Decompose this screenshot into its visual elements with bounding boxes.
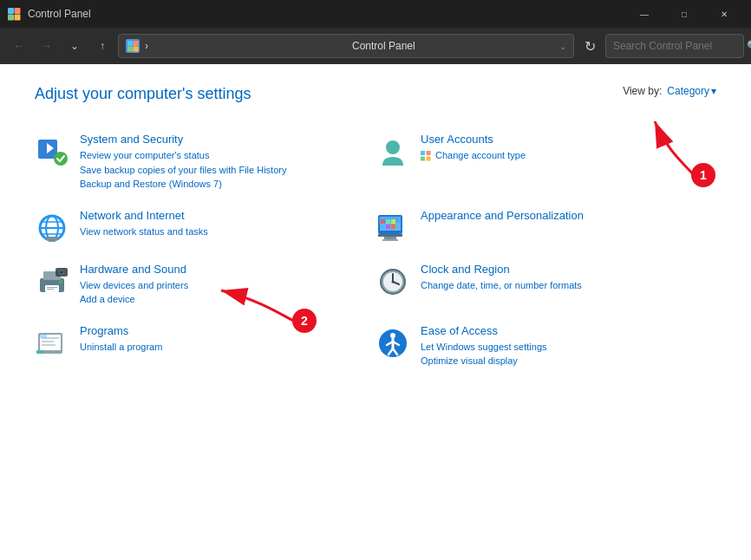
svg-rect-14 xyxy=(421,157,425,161)
system-title[interactable]: System and Security xyxy=(80,133,376,146)
category-programs: Programs Uninstall a program xyxy=(35,316,376,377)
svg-rect-12 xyxy=(421,151,425,155)
address-separator: › xyxy=(145,40,347,52)
close-button[interactable]: ✕ xyxy=(704,0,744,28)
user-accounts-link-1[interactable]: Change account type xyxy=(421,148,716,163)
refresh-button[interactable]: ↻ xyxy=(578,34,602,58)
svg-point-11 xyxy=(386,140,400,154)
forward-button[interactable]: → xyxy=(35,34,59,58)
page-title: Adjust your computer's settings xyxy=(35,85,251,103)
network-icon xyxy=(35,211,69,245)
up-button[interactable]: ↑ xyxy=(90,34,114,58)
svg-rect-21 xyxy=(45,237,59,240)
appearance-title[interactable]: Appearance and Personalization xyxy=(421,209,716,222)
category-ease: Ease of Access Let Windows suggest setti… xyxy=(376,316,716,377)
svg-rect-34 xyxy=(391,225,395,229)
system-link-3[interactable]: Backup and Restore (Windows 7) xyxy=(80,177,376,192)
programs-title[interactable]: Programs xyxy=(80,324,376,337)
svg-rect-6 xyxy=(127,47,133,52)
programs-content: Programs Uninstall a program xyxy=(80,324,376,355)
hardware-icon xyxy=(35,264,69,299)
svg-rect-55 xyxy=(40,335,47,338)
user-accounts-content: User Accounts Change account type xyxy=(421,133,716,163)
addressbar: ← → ⌄ ↑ › Control Panel ⌄ ↻ 🔍 xyxy=(0,28,751,64)
user-accounts-title[interactable]: User Accounts xyxy=(421,133,716,146)
svg-rect-39 xyxy=(47,289,54,290)
annotation-2: 2 xyxy=(292,309,317,333)
titlebar-title: Control Panel xyxy=(28,8,624,20)
hardware-title[interactable]: Hardware and Sound xyxy=(80,263,376,276)
svg-rect-1 xyxy=(15,8,21,14)
category-network: Network and Internet View network status… xyxy=(35,200,376,254)
svg-rect-56 xyxy=(36,350,43,354)
network-content: Network and Internet View network status… xyxy=(80,209,376,239)
minimize-button[interactable]: — xyxy=(624,0,664,28)
svg-rect-30 xyxy=(386,219,390,224)
system-link-1[interactable]: Review your computer's status xyxy=(80,148,376,163)
viewby-value: Category xyxy=(667,85,709,97)
clock-link-1[interactable]: Change date, time, or number formats xyxy=(421,278,716,293)
ease-title[interactable]: Ease of Access xyxy=(421,324,716,337)
programs-link-1[interactable]: Uninstall a program xyxy=(80,340,376,355)
search-input[interactable] xyxy=(613,40,743,52)
ease-content: Ease of Access Let Windows suggest setti… xyxy=(421,324,716,368)
viewby-dropdown-arrow: ▾ xyxy=(711,85,716,97)
viewby-control: View by: Category ▾ xyxy=(623,85,716,97)
category-hardware: Hardware and Sound View devices and prin… xyxy=(35,254,376,316)
network-title[interactable]: Network and Internet xyxy=(80,209,376,222)
svg-rect-31 xyxy=(391,219,395,224)
main-content: Adjust your computer's settings View by:… xyxy=(0,64,751,560)
search-box[interactable]: 🔍 xyxy=(605,34,744,58)
ease-icon xyxy=(376,326,410,361)
ease-link-1[interactable]: Let Windows suggest settings xyxy=(421,340,716,355)
recent-locations-button[interactable]: ⌄ xyxy=(62,34,87,58)
svg-rect-32 xyxy=(381,225,385,229)
clock-title[interactable]: Clock and Region xyxy=(421,263,716,276)
system-icon xyxy=(35,134,69,169)
hardware-link-1[interactable]: View devices and printers xyxy=(80,278,376,293)
network-link-1[interactable]: View network status and tasks xyxy=(80,225,376,239)
clock-content: Clock and Region Change date, time, or n… xyxy=(421,263,716,293)
address-box[interactable]: › Control Panel ⌄ xyxy=(118,34,574,58)
svg-rect-38 xyxy=(47,287,57,288)
svg-rect-5 xyxy=(134,41,139,46)
clock-icon xyxy=(376,264,410,299)
hardware-link-2[interactable]: Add a device xyxy=(80,292,376,307)
svg-rect-15 xyxy=(427,157,431,161)
address-icon xyxy=(126,39,140,53)
category-user-accounts: User Accounts Change account type xyxy=(376,124,716,200)
svg-rect-26 xyxy=(378,234,402,237)
svg-rect-2 xyxy=(8,15,14,21)
svg-rect-33 xyxy=(386,225,390,229)
back-button[interactable]: ← xyxy=(7,34,31,58)
category-clock: Clock and Region Change date, time, or n… xyxy=(376,254,716,316)
categories-grid: System and Security Review your computer… xyxy=(35,124,716,377)
window-controls: — □ ✕ xyxy=(624,0,744,28)
svg-rect-7 xyxy=(134,47,139,52)
app-window: Control Panel — □ ✕ ← → ⌄ ↑ › Control Pa… xyxy=(0,0,751,560)
svg-rect-4 xyxy=(127,41,133,46)
search-icon: 🔍 xyxy=(747,40,751,52)
viewby-dropdown[interactable]: Category ▾ xyxy=(667,85,716,97)
svg-rect-0 xyxy=(8,8,14,14)
page-header: Adjust your computer's settings View by:… xyxy=(35,85,716,103)
svg-rect-29 xyxy=(381,219,385,224)
system-content: System and Security Review your computer… xyxy=(80,133,376,192)
svg-rect-28 xyxy=(382,239,398,241)
address-dropdown-icon[interactable]: ⌄ xyxy=(559,42,566,51)
svg-rect-22 xyxy=(49,240,56,242)
svg-rect-27 xyxy=(384,237,396,239)
svg-rect-13 xyxy=(427,151,431,155)
system-link-2[interactable]: Save backup copies of your files with Fi… xyxy=(80,163,376,178)
maximize-button[interactable]: □ xyxy=(664,0,704,28)
address-path: Control Panel xyxy=(352,40,554,52)
svg-point-10 xyxy=(54,152,68,166)
svg-point-43 xyxy=(61,270,63,273)
app-icon xyxy=(7,7,21,21)
svg-rect-3 xyxy=(15,15,21,21)
programs-icon xyxy=(35,326,69,361)
category-appearance: Appearance and Personalization xyxy=(376,200,716,254)
category-system: System and Security Review your computer… xyxy=(35,124,376,200)
ease-link-2[interactable]: Optimize visual display xyxy=(421,354,716,368)
hardware-content: Hardware and Sound View devices and prin… xyxy=(80,263,376,307)
